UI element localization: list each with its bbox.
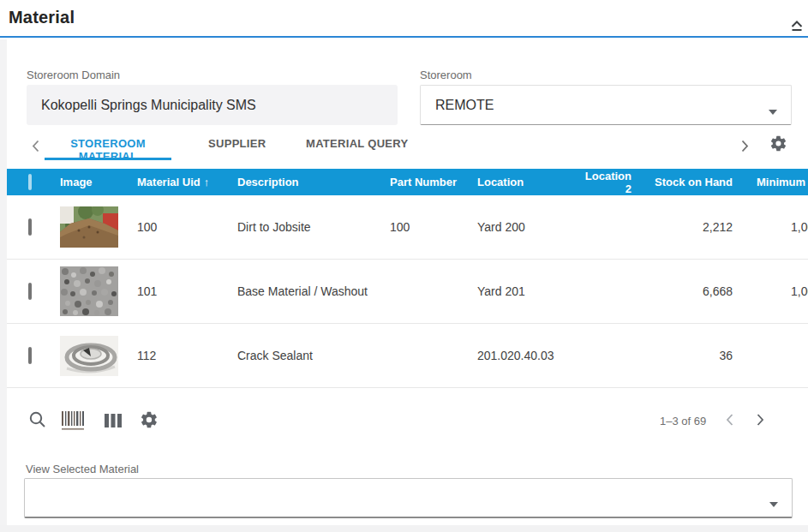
collapse-panel-button[interactable] <box>787 19 806 36</box>
storeroom-domain-field[interactable]: Kokopelli Springs Municipality SMS <box>27 85 398 125</box>
cell-location: 201.020.40.03 <box>477 349 577 362</box>
column-header-description[interactable]: Description <box>237 176 390 188</box>
sort-ascending-icon: ↑ <box>204 176 210 188</box>
bottom-edge <box>0 525 808 532</box>
tabs-scroll-left-button[interactable] <box>26 138 45 157</box>
gear-icon <box>769 142 787 155</box>
row-checkbox[interactable] <box>28 218 32 236</box>
tab-bar: STOREROOM MATERIAL SUPPLIER MATERIAL QUE… <box>0 133 808 164</box>
material-photo-sealant-coil <box>60 336 137 376</box>
tab-material-query[interactable]: MATERIAL QUERY <box>306 137 409 150</box>
tabs-scroll-right-button[interactable] <box>735 138 754 157</box>
chevron-left-icon <box>32 142 39 155</box>
material-photo-gravel <box>60 266 137 316</box>
pagination-range: 1–3 of 69 <box>660 415 706 427</box>
column-header-material-uid[interactable]: Material Uid↑ <box>137 176 237 188</box>
cell-minimum-quantity: 1,000 <box>733 220 808 234</box>
material-photo-dirt-pile <box>60 206 137 248</box>
search-icon <box>28 419 47 432</box>
active-tab-indicator <box>45 158 171 160</box>
cell-material-uid: 100 <box>137 220 237 234</box>
dropdown-caret-icon <box>769 495 778 511</box>
material-table: Image Material Uid↑ Description Part Num… <box>7 169 808 389</box>
view-columns-button[interactable] <box>102 410 124 433</box>
next-page-button[interactable] <box>751 411 769 430</box>
chevron-left-icon <box>726 415 733 428</box>
tab-settings-button[interactable] <box>768 134 788 155</box>
search-button[interactable] <box>27 409 49 432</box>
left-gutter <box>0 39 7 525</box>
table-row[interactable]: 100 Dirt to Jobsite 100 Yard 200 2,212 1… <box>7 195 808 260</box>
cell-part-number: 100 <box>390 220 477 234</box>
cell-location: Yard 200 <box>477 220 577 234</box>
pagination: 1–3 of 69 <box>660 411 797 430</box>
chevron-up-underline-icon <box>790 22 804 35</box>
cell-description: Base Material / Washout <box>237 284 390 298</box>
column-header-part-number[interactable]: Part Number <box>390 176 477 188</box>
storeroom-domain-label: Storeroom Domain <box>27 69 120 81</box>
storeroom-select-value: REMOTE <box>435 98 494 113</box>
gear-icon <box>140 419 159 432</box>
table-row[interactable]: 112 Crack Sealant 201.020.40.03 36 <box>7 324 808 388</box>
dropdown-caret-icon <box>769 103 777 118</box>
view-selected-material-label: View Selected Material <box>26 463 139 475</box>
column-header-image[interactable]: Image <box>60 176 137 188</box>
cell-minimum-quantity: 1,000 <box>733 284 808 298</box>
previous-page-button[interactable] <box>720 411 739 430</box>
column-header-location[interactable]: Location <box>477 176 577 188</box>
column-header-stock-on-hand[interactable]: Stock on Hand <box>631 176 733 188</box>
cell-description: Dirt to Jobsite <box>237 220 390 234</box>
cell-material-uid: 112 <box>137 349 237 362</box>
page-title: Material <box>9 8 75 27</box>
cell-location: Yard 201 <box>477 284 577 298</box>
row-checkbox[interactable] <box>28 347 32 364</box>
barcode-scan-button[interactable] <box>61 409 83 432</box>
storeroom-select[interactable]: REMOTE <box>420 85 792 125</box>
columns-icon <box>104 419 123 432</box>
list-settings-button[interactable] <box>138 409 160 432</box>
cell-description: Crack Sealant <box>237 349 390 362</box>
view-selected-material-select[interactable] <box>24 478 793 518</box>
cell-stock-on-hand: 36 <box>631 349 733 362</box>
select-all-checkbox[interactable] <box>28 174 32 190</box>
cell-stock-on-hand: 6,668 <box>631 284 733 298</box>
column-header-minimum-quantity[interactable]: Minimum Quantity <box>733 176 808 188</box>
cell-material-uid: 101 <box>137 284 237 298</box>
cell-stock-on-hand: 2,212 <box>631 220 733 234</box>
material-page: Material Storeroom Domain Kokopelli Spri… <box>0 0 808 532</box>
column-header-location-2[interactable]: Location 2 <box>577 170 631 195</box>
table-row[interactable]: 101 Base Material / Washout Yard 201 6,6… <box>7 260 808 324</box>
title-bar: Material <box>0 0 808 38</box>
barcode-icon <box>61 421 85 433</box>
storeroom-label: Storeroom <box>420 69 472 81</box>
table-header-row: Image Material Uid↑ Description Part Num… <box>7 169 808 195</box>
chevron-right-icon <box>757 415 764 428</box>
chevron-right-icon <box>741 142 749 155</box>
row-checkbox[interactable] <box>28 283 32 300</box>
tab-supplier[interactable]: SUPPLIER <box>208 137 266 150</box>
